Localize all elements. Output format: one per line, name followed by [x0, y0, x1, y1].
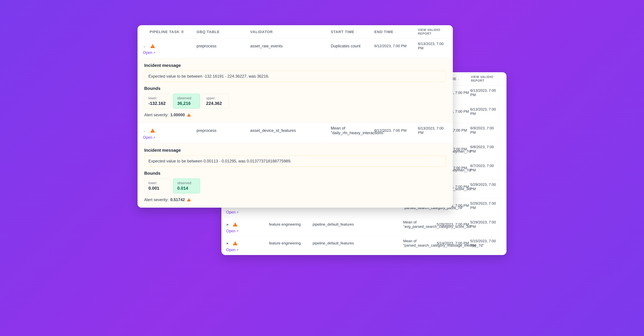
bounds-title-1: Bounds [144, 86, 446, 91]
expanded-section-1: Incident message Expected value to be be… [138, 58, 453, 123]
back-ext-icon-7: ↗ [236, 211, 239, 214]
back-gbq-9: pipeline_default_features [312, 241, 403, 245]
bounds-observed-1: observed: 36,216 [173, 94, 200, 108]
back-open-link-7[interactable]: Open↗ [226, 210, 232, 215]
severity-icon-1 [187, 113, 191, 117]
bounds-observed-value-2: 0.014 [177, 186, 196, 191]
incident-title-1: Incident message [144, 63, 446, 68]
back-expand-9[interactable]: ► [226, 241, 232, 245]
front-row-2-header[interactable]: ⌄ preprocess asset_device_id_features Me… [138, 123, 453, 143]
incident-title-2: Incident message [144, 148, 446, 153]
validator-1: Duplicates count [331, 44, 374, 48]
start-time-1: 6/12/2023, 7:00 PM [374, 44, 418, 48]
back-end-4: 6/8/2023, 7:00 PM [470, 145, 497, 153]
bounds-observed-label-2: observed: [177, 181, 196, 185]
bounds-container-1: lower: -132.162 observed: 36,216 upper: … [144, 94, 446, 108]
back-start-8: 5/28/2023, 7:00 PM [437, 222, 470, 227]
front-col-end: END TIME ↓ [374, 30, 418, 34]
bounds-observed-2: observed: 0.014 [173, 179, 200, 193]
start-sort-icon-front[interactable]: ↓ [356, 30, 357, 34]
bounds-lower-2: lower: 0.001 [144, 179, 171, 193]
incident-message-1: Expected value to be between -132.16191 … [144, 71, 446, 82]
gbq-table-1: asset_raw_events [250, 44, 331, 48]
back-end-3: 6/9/2023, 7:00 PM [470, 126, 497, 135]
gbq-table-2: asset_device_id_features [250, 128, 331, 133]
back-start-9: 5/14/2023, 7:00 PM [437, 241, 470, 245]
front-panel: PIPELINE TASK ☰ GBQ TABLE VALIDATOR STAR… [138, 25, 453, 208]
front-table-header: PIPELINE TASK ☰ GBQ TABLE VALIDATOR STAR… [138, 25, 453, 39]
back-open-link-8[interactable]: Open↗ [226, 229, 232, 233]
alert-severity-2: Alert severity: 0.51742 [144, 197, 446, 202]
back-end-2: 6/13/2023, 7:00 PM [470, 107, 497, 116]
back-alert-8 [232, 221, 269, 228]
back-expand-8[interactable]: ► [226, 223, 232, 227]
back-end-5: 6/7/2023, 7:00 PM [470, 164, 497, 172]
bounds-title-2: Bounds [144, 171, 446, 176]
end-sort-icon-back[interactable]: ↓ [458, 77, 459, 80]
bounds-lower-value-1: -132.162 [148, 101, 167, 106]
end-time-1: 6/13/2023, 7:00 PM [418, 42, 448, 50]
front-row-2: ⌄ preprocess asset_device_id_features Me… [138, 123, 453, 208]
back-ext-icon-9: ↗ [236, 248, 239, 252]
severity-icon-2 [187, 198, 191, 202]
back-pipeline-8: feature engineering [269, 222, 312, 227]
bounds-lower-label-1: lower: [148, 96, 167, 100]
front-col-pipeline: PIPELINE TASK ☰ [150, 30, 196, 34]
front-col-start: START TIME ↓ [331, 30, 374, 34]
back-gbq-8: pipeline_default_features [312, 222, 403, 227]
front-row-1: ⌄ preprocess asset_raw_events Duplicates… [138, 39, 453, 123]
back-end-1: 6/13/2023, 7:00 PM [470, 88, 497, 97]
back-alert-9 [232, 240, 269, 246]
incident-message-2: Expected value to be between 0.00113 - 0… [144, 155, 446, 167]
expand-icon-2[interactable]: ⌄ [143, 128, 150, 132]
back-end-7: 5/29/2023, 7:00 PM [470, 201, 497, 210]
back-end-6: 5/29/2023, 7:00 PM [470, 183, 497, 191]
end-sort-icon-front[interactable]: ↓ [395, 30, 396, 34]
alert-icon-2 [150, 127, 196, 133]
front-row-1-header[interactable]: ⌄ preprocess asset_raw_events Duplicates… [138, 39, 453, 58]
validator-2: Mean of "daily_rfn_heavy_interactions" [331, 126, 374, 135]
bounds-container-2: lower: 0.001 observed: 0.014 [144, 179, 446, 193]
expanded-section-2: Incident message Expected value to be be… [138, 143, 453, 208]
back-end-8: 5/29/2023, 7:00 PM [470, 220, 497, 229]
bounds-observed-value-1: 36,216 [177, 101, 196, 106]
external-link-icon-1: ↗ [153, 51, 156, 55]
back-row-8[interactable]: ► feature engineering pipeline_default_f… [221, 217, 506, 236]
pipeline-task-1: preprocess [196, 44, 250, 48]
alert-severity-1: Alert severity: 1.00000 [144, 113, 446, 117]
back-ext-icon-8: ↗ [236, 229, 239, 233]
back-pipeline-9: feature engineering [269, 241, 312, 245]
external-link-icon-2: ↗ [153, 136, 156, 139]
front-col-validator: VALIDATOR [250, 30, 331, 34]
pipeline-filter-icon-front[interactable]: ☰ [181, 30, 184, 34]
back-row-9[interactable]: ► feature engineering pipeline_default_f… [221, 236, 506, 255]
bounds-upper-1: upper: 224.362 [202, 94, 229, 108]
back-end-9: 5/15/2023, 7:00 PM [470, 239, 497, 248]
back-open-link-9[interactable]: Open↗ [226, 248, 232, 252]
bounds-upper-value-1: 224.362 [206, 101, 224, 106]
front-col-report: VIEW VALIDIO REPORT [418, 28, 448, 36]
bounds-lower-label-2: lower: [148, 181, 167, 185]
scene: PIPELINE TASK ☰ GBQ TABLE VALIDATOR STAR… [138, 25, 506, 311]
expand-icon-1[interactable]: ⌄ [143, 44, 150, 48]
alert-icon-1 [150, 43, 196, 49]
pipeline-task-2: preprocess [196, 128, 250, 133]
back-col-report: VIEW VALIDIO REPORT [471, 75, 498, 82]
start-time-2: 6/12/2023, 7:00 PM [374, 128, 418, 133]
end-time-2: 6/13/2023, 7:00 PM [418, 126, 448, 135]
back-validator-9: Mean of "parsed_search_category_massage_… [403, 239, 437, 248]
bounds-lower-1: lower: -132.162 [144, 94, 171, 108]
bounds-upper-label-1: upper: [206, 96, 224, 100]
front-col-gbq: GBQ TABLE [196, 30, 250, 34]
bounds-lower-value-2: 0.001 [148, 186, 167, 191]
back-validator-8: Mean of "avg_parsed_search_category_scor… [403, 220, 437, 229]
open-link-2[interactable]: Open↗ [143, 135, 150, 140]
open-link-1[interactable]: Open↗ [143, 50, 150, 55]
bounds-observed-label-1: observed: [177, 96, 196, 100]
